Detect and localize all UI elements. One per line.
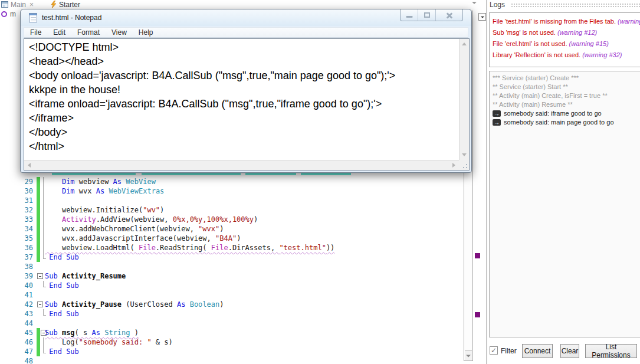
close-button[interactable] [436,9,462,21]
notepad-text-area[interactable]: <!DOCTYPE html><head></head><body onload… [24,38,470,170]
code-lines: 29 Dim webview As WebView30 Dim wvx As W… [0,177,464,364]
token: webview.Initialize( [62,206,143,214]
warning-line: File 'test.html' is missing from the Fil… [493,16,640,27]
token: End Sub [49,253,79,261]
code-editor[interactable]: 29 Dim webview As WebView30 Dim wvx As W… [0,167,464,364]
lightning-icon [51,1,57,8]
code-text: webview.LoadHtml( File.ReadString( File.… [45,244,334,252]
warnings-list[interactable]: File 'test.html' is missing from the Fil… [489,12,640,67]
log-text: *** Service (starter) Create *** [493,74,579,83]
outline-rail-end [43,252,44,259]
code-line: 32 webview.Initialize("wv") [0,205,464,215]
token: ) [219,300,224,309]
token: wvx.addJavascriptInterface(webview, [62,234,215,242]
document-line: <!DOCTYPE html> [29,40,457,54]
code-text: Sub msg( s As String ) [45,329,139,337]
line-number: 36 [0,244,33,252]
change-bar [37,243,40,252]
token: Log( [62,338,79,346]
token: "somebody said: " [79,338,152,346]
notepad-icon [29,13,37,22]
code-line: 47 End Sub [0,347,464,356]
filter-checkbox[interactable]: ✓ [490,346,498,355]
scrollbar-warning-mark[interactable] [475,253,480,258]
connect-button[interactable]: Connect [522,344,553,358]
outline-rail-end [43,347,44,353]
token: Dim [62,178,79,186]
minimize-button[interactable] [401,9,418,21]
token: Sub [45,329,62,337]
collapse-icon[interactable] [37,273,43,279]
code-line: 31 [0,196,464,205]
warning-text: File 'erel.html' is not used. [493,40,569,47]
list-permissions-button[interactable]: List Permissions [585,344,637,358]
token: Sub [45,272,62,280]
change-bar [37,205,40,215]
logs-panel: Logs File 'test.html' is missing from th… [487,0,640,364]
line-number: 39 [0,272,33,280]
token: End Sub [49,310,79,318]
menu-item-edit[interactable]: Edit [47,28,71,37]
line-number: 44 [0,319,33,327]
tab-starter-label: Starter [59,1,80,9]
code-line: 42Sub Activity_Pause (UserClosed As Bool… [0,300,464,309]
token: WebView [126,178,156,186]
token: .DirAssets, [228,244,280,252]
line-number: 46 [0,338,33,346]
token: "test.html" [279,244,326,252]
menu-item-format[interactable]: Format [71,28,106,37]
clear-button[interactable]: Clear [560,344,579,358]
maximize-button[interactable] [418,9,436,21]
close-icon[interactable]: × [29,1,34,9]
code-text: Sub Activity_Resume [45,272,126,280]
warning-text: Sub 'msg' is not used. [493,29,557,36]
scrollbar-warning-mark[interactable] [475,312,480,317]
log-output[interactable]: *** Service (starter) Create ***** Servi… [489,71,640,337]
code-line: 39Sub Activity_Resume [0,271,464,281]
code-text: Dim webview As WebView [45,178,156,186]
notepad-menu-bar: FileEditFormatViewHelp [24,27,468,38]
tab-main[interactable]: Main × [1,0,34,9]
change-bar [37,252,40,262]
token: As [92,329,105,337]
log-text: ** Activity (main) Create, isFirst = tru… [493,91,608,100]
warning-line: Sub 'msg' is not used. (warning #12) [493,27,640,38]
code-line: 46 Log("somebody said: " & s) [0,337,464,347]
token: wvx.addWebChromeClient(webview, [62,225,198,233]
resize-grip[interactable] [459,160,469,170]
token: webview [79,178,113,186]
token: End Sub [49,281,79,290]
change-bar [37,196,40,205]
tab-starter[interactable]: Starter [51,0,80,9]
code-line: 36 webview.LoadHtml( File.ReadString( Fi… [0,243,464,252]
line-number: 38 [0,263,33,271]
warning-text: File 'test.html' is missing from the Fil… [493,18,618,25]
arrow-up-icon [462,42,467,45]
filter-label: Filter [501,347,517,355]
line-number: 29 [0,178,33,186]
token: Activity_Pause [62,300,126,309]
menu-item-help[interactable]: Help [133,28,159,37]
notepad-vertical-scrollbar[interactable] [459,39,469,160]
token: ) [237,234,241,242]
outline-rail-end [43,309,44,316]
warning-number: (warning #12) [557,29,597,36]
document-line: </body> [29,125,457,139]
token: ) [160,206,164,214]
dropdown-button[interactable] [478,13,486,21]
token: File [211,244,228,252]
code-line: 34 wvx.addWebChromeClient(webview, "wvx"… [0,224,464,234]
line-number: 45 [0,329,33,337]
menu-item-view[interactable]: View [106,28,133,37]
scroll-down-button[interactable] [465,350,472,360]
menu-item-file[interactable]: File [24,28,47,37]
line-number: 48 [0,357,33,364]
collapse-icon[interactable] [37,301,43,307]
notepad-horizontal-scrollbar[interactable] [24,160,459,170]
token: (UserClosed [126,300,177,309]
code-line: 40 End Sub [0,281,464,290]
arrow-left-icon [28,163,31,168]
panel-grip-texture[interactable] [511,3,640,8]
outline-rail [43,234,44,243]
code-line: 41 [0,290,464,300]
